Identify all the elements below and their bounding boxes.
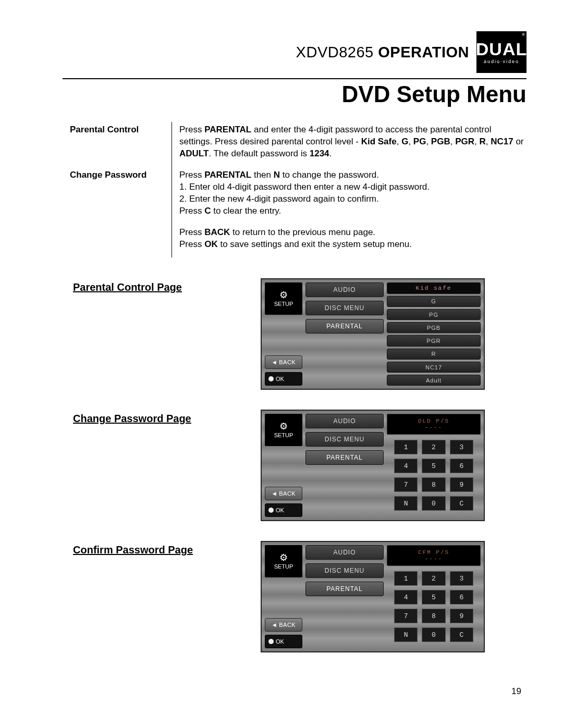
registered-mark: ® xyxy=(522,32,525,37)
back-button[interactable]: ◄BACK xyxy=(265,355,302,369)
back-button[interactable]: ◄BACK xyxy=(265,618,302,632)
key-n[interactable]: N xyxy=(394,496,418,511)
row-label-change-pw: Change Password xyxy=(63,167,172,225)
screen-label-change-pw: Change Password Page xyxy=(73,410,229,425)
device-screen-confirm-pw: ⚙ SETUP ◄BACK OK AUDIO DISC MENU PARENTA… xyxy=(261,541,485,652)
key-4[interactable]: 4 xyxy=(394,590,418,604)
password-display: CFM P/S ---- xyxy=(387,545,481,566)
key-1[interactable]: 1 xyxy=(394,571,418,586)
device-screen-change-pw: ⚙ SETUP ◄BACK OK AUDIO DISC MENU PARENTA… xyxy=(261,410,485,521)
screen-menu-col: AUDIO DISC MENU PARENTAL xyxy=(305,414,384,517)
menu-parental[interactable]: PARENTAL xyxy=(305,582,384,596)
menu-disc[interactable]: DISC MENU xyxy=(305,301,384,315)
rating-g[interactable]: G xyxy=(387,296,481,307)
rating-nc17[interactable]: NC17 xyxy=(387,362,481,373)
rating-kid-safe[interactable]: Kid safe xyxy=(387,282,481,293)
screen-row-confirm-pw: Confirm Password Page ⚙ SETUP ◄BACK OK A… xyxy=(73,541,527,652)
menu-parental[interactable]: PARENTAL xyxy=(305,450,384,465)
setup-label: SETUP xyxy=(274,432,293,438)
brand-subtitle: audio·video xyxy=(484,59,519,64)
menu-disc[interactable]: DISC MENU xyxy=(305,563,384,578)
circle-icon xyxy=(268,376,274,381)
screen-left-col: ⚙ SETUP ◄BACK OK xyxy=(265,545,302,648)
device-screen-parental: ⚙ SETUP ◄BACK OK AUDIO DISC MENU PARENTA… xyxy=(261,278,485,390)
ok-button[interactable]: OK xyxy=(265,635,302,648)
key-5[interactable]: 5 xyxy=(422,590,445,604)
setup-label: SETUP xyxy=(274,563,293,570)
key-9[interactable]: 9 xyxy=(450,609,473,623)
back-button[interactable]: ◄BACK xyxy=(265,487,302,500)
page-number: 19 xyxy=(511,686,521,697)
key-3[interactable]: 3 xyxy=(450,571,473,586)
key-9[interactable]: 9 xyxy=(450,477,473,492)
key-c[interactable]: C xyxy=(450,627,473,642)
ok-button[interactable]: OK xyxy=(265,372,302,386)
screen-options-col: Kid safe G PG PGB PGR R NC17 Adult xyxy=(387,282,481,386)
key-5[interactable]: 5 xyxy=(422,459,445,473)
screen-label-parental: Parental Control Page xyxy=(73,278,229,293)
key-4[interactable]: 4 xyxy=(394,459,418,473)
row-text-change-pw: Press PARENTAL then N to change the pass… xyxy=(172,167,527,225)
setup-button[interactable]: ⚙ SETUP xyxy=(265,545,302,577)
arrow-left-icon: ◄ xyxy=(272,622,277,628)
key-6[interactable]: 6 xyxy=(450,459,473,473)
screen-menu-col: AUDIO DISC MENU PARENTAL xyxy=(305,545,384,648)
operation-word: OPERATION xyxy=(378,44,469,60)
key-7[interactable]: 7 xyxy=(394,477,418,492)
screen-label-confirm-pw: Confirm Password Page xyxy=(73,541,229,556)
setup-label: SETUP xyxy=(274,301,293,307)
setup-button[interactable]: ⚙ SETUP xyxy=(265,414,302,446)
screen-row-parental: Parental Control Page ⚙ SETUP ◄BACK OK A… xyxy=(73,278,527,390)
page-header: XDVD8265 OPERATION ® DUAL audio·video xyxy=(63,31,527,73)
screen-keypad-col: CFM P/S ---- 1 2 3 4 5 6 7 8 9 N 0 C xyxy=(387,545,481,648)
screen-keypad-col: OLD P/S ---- 1 2 3 4 5 6 7 8 9 N 0 C xyxy=(387,414,481,517)
rating-pgr[interactable]: PGR xyxy=(387,335,481,346)
numeric-keypad: 1 2 3 4 5 6 7 8 9 N 0 C xyxy=(387,570,481,643)
circle-icon xyxy=(268,508,274,513)
key-c[interactable]: C xyxy=(450,496,473,511)
setup-button[interactable]: ⚙ SETUP xyxy=(265,282,302,315)
rating-r[interactable]: R xyxy=(387,349,481,360)
key-2[interactable]: 2 xyxy=(422,571,445,586)
model-number: XDVD8265 xyxy=(296,44,374,60)
brand-name: DUAL xyxy=(476,40,527,58)
row-label-blank xyxy=(63,225,172,258)
gear-icon: ⚙ xyxy=(279,290,288,300)
menu-audio[interactable]: AUDIO xyxy=(305,414,384,428)
key-0[interactable]: 0 xyxy=(422,627,445,642)
ok-button[interactable]: OK xyxy=(265,503,302,517)
brand-logo: ® DUAL audio·video xyxy=(476,31,527,73)
screen-left-col: ⚙ SETUP ◄BACK OK xyxy=(265,282,302,386)
key-1[interactable]: 1 xyxy=(394,440,418,454)
gear-icon: ⚙ xyxy=(279,422,288,431)
screen-row-change-pw: Change Password Page ⚙ SETUP ◄BACK OK AU… xyxy=(73,410,527,521)
rating-pg[interactable]: PG xyxy=(387,309,481,320)
arrow-left-icon: ◄ xyxy=(272,490,277,497)
key-8[interactable]: 8 xyxy=(422,477,445,492)
password-display: OLD P/S ---- xyxy=(387,414,481,435)
key-3[interactable]: 3 xyxy=(450,440,473,454)
page-title: DVD Setup Menu xyxy=(63,81,527,107)
menu-parental[interactable]: PARENTAL xyxy=(305,319,384,334)
header-rule xyxy=(63,78,527,79)
key-2[interactable]: 2 xyxy=(422,440,445,454)
arrow-left-icon: ◄ xyxy=(272,359,277,365)
key-0[interactable]: 0 xyxy=(422,496,445,511)
key-6[interactable]: 6 xyxy=(450,590,473,604)
key-n[interactable]: N xyxy=(394,627,418,642)
menu-audio[interactable]: AUDIO xyxy=(305,545,384,560)
row-text-parental: Press PARENTAL and enter the 4-digit pas… xyxy=(172,122,527,167)
key-8[interactable]: 8 xyxy=(422,609,445,623)
gear-icon: ⚙ xyxy=(279,553,288,562)
row-text-back-ok: Press BACK to return to the previous men… xyxy=(172,225,527,258)
row-label-parental: Parental Control xyxy=(63,122,172,167)
rating-pgb[interactable]: PGB xyxy=(387,322,481,333)
header-text: XDVD8265 OPERATION xyxy=(296,44,469,61)
menu-audio[interactable]: AUDIO xyxy=(305,282,384,297)
instruction-table: Parental Control Press PARENTAL and ente… xyxy=(63,122,527,257)
screen-left-col: ⚙ SETUP ◄BACK OK xyxy=(265,414,302,517)
rating-adult[interactable]: Adult xyxy=(387,375,481,386)
key-7[interactable]: 7 xyxy=(394,609,418,623)
numeric-keypad: 1 2 3 4 5 6 7 8 9 N 0 C xyxy=(387,439,481,512)
menu-disc[interactable]: DISC MENU xyxy=(305,432,384,447)
